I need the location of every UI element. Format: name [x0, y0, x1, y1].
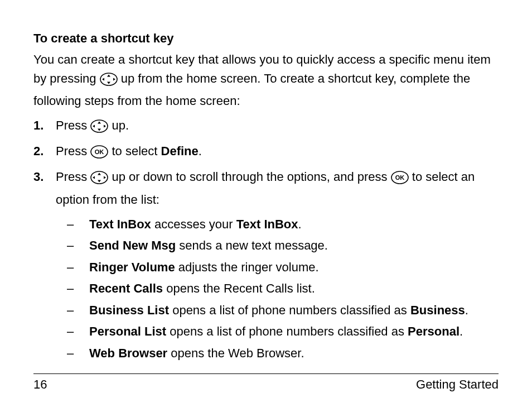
step-item: 3.Press up or down to scroll through the…	[33, 167, 499, 209]
sublist-item: –Recent Calls opens the Recent Calls lis…	[67, 278, 499, 300]
sublist-item: –Web Browser opens the Web Browser.	[67, 343, 499, 365]
sublist-plain-text: accesses your	[151, 217, 236, 231]
sublist-item: –Business List opens a list of phone num…	[67, 300, 499, 322]
ok-key-icon	[391, 171, 409, 190]
step-text: Press up.	[56, 116, 129, 138]
sublist-bold-text: Ringer Volume	[89, 260, 175, 274]
ok-key-icon	[90, 145, 108, 164]
document-page: To create a shortcut key You can create …	[0, 0, 532, 412]
step-plain-text: Press	[56, 118, 90, 132]
sublist-dash: –	[67, 321, 89, 343]
page-number: 16	[33, 377, 47, 392]
step-text: Press up or down to scroll through the o…	[56, 167, 499, 209]
step-number: 1.	[33, 116, 56, 135]
sublist-text: Text InBox accesses your Text InBox.	[89, 214, 302, 236]
sublist-plain-text: opens a list of phone numbers classified…	[169, 303, 410, 317]
sublist-text: Ringer Volume adjusts the ringer volume.	[89, 257, 319, 279]
sublist-bold-text: Personal	[408, 324, 460, 338]
intro-paragraph: You can create a shortcut key that allow…	[33, 50, 499, 111]
sublist-dash: –	[67, 214, 89, 236]
sublist-item: –Ringer Volume adjusts the ringer volume…	[67, 257, 499, 279]
sublist-plain-text: adjusts the ringer volume.	[175, 260, 319, 274]
sublist-dash: –	[67, 300, 89, 322]
sublist-dash: –	[67, 257, 89, 279]
step-text: Press to select Define.	[56, 142, 202, 164]
sublist-bold-text: Text InBox	[236, 217, 298, 231]
ordered-steps: 1.Press up.2.Press to select Define.3.Pr…	[33, 116, 499, 209]
sublist-plain-text: sends a new text message.	[176, 238, 328, 252]
sublist-text: Personal List opens a list of phone numb…	[89, 321, 463, 343]
sublist-item: –Personal List opens a list of phone num…	[67, 321, 499, 343]
sublist-bold-text: Personal List	[89, 324, 166, 338]
sublist-plain-text: opens the Web Browser.	[167, 346, 304, 360]
sublist-text: Web Browser opens the Web Browser.	[89, 343, 304, 365]
sublist-bold-text: Text InBox	[89, 217, 151, 231]
sublist-plain-text: .	[298, 217, 302, 231]
nav-key-icon	[90, 119, 108, 138]
sublist-bold-text: Business List	[89, 303, 169, 317]
footer-section-title: Getting Started	[416, 377, 499, 392]
sublist-plain-text: .	[465, 303, 468, 317]
sublist-text: Business List opens a list of phone numb…	[89, 300, 468, 322]
sublist-dash: –	[67, 278, 89, 300]
step-plain-text: up or down to scroll through the options…	[108, 170, 390, 184]
step-number: 3.	[33, 167, 56, 186]
sublist-dash: –	[67, 235, 89, 257]
sublist-item: –Text InBox accesses your Text InBox.	[67, 214, 499, 236]
step-plain-text: Press	[56, 170, 90, 184]
sublist-plain-text: opens the Recent Calls list.	[163, 281, 315, 295]
sublist-plain-text: opens a list of phone numbers classified…	[166, 324, 408, 338]
options-sublist: –Text InBox accesses your Text InBox.–Se…	[67, 214, 499, 365]
section-heading: To create a shortcut key	[33, 31, 499, 46]
sublist-text: Recent Calls opens the Recent Calls list…	[89, 278, 315, 300]
sublist-text: Send New Msg sends a new text message.	[89, 235, 328, 257]
nav-key-icon	[90, 171, 108, 190]
step-bold-text: Define	[161, 144, 199, 158]
sublist-item: –Send New Msg sends a new text message.	[67, 235, 499, 257]
sublist-plain-text: .	[460, 324, 463, 338]
step-item: 1.Press up.	[33, 116, 499, 138]
step-number: 2.	[33, 142, 56, 161]
sublist-bold-text: Recent Calls	[89, 281, 163, 295]
step-plain-text: up.	[108, 118, 129, 132]
sublist-dash: –	[67, 343, 89, 365]
page-footer: 16 Getting Started	[33, 373, 499, 392]
step-plain-text: Press	[56, 144, 90, 158]
step-plain-text: to select	[108, 144, 161, 158]
step-plain-text: .	[199, 144, 202, 158]
step-item: 2.Press to select Define.	[33, 142, 499, 164]
sublist-bold-text: Web Browser	[89, 346, 167, 360]
sublist-bold-text: Send New Msg	[89, 238, 176, 252]
sublist-bold-text: Business	[410, 303, 465, 317]
nav-key-icon	[100, 73, 118, 92]
